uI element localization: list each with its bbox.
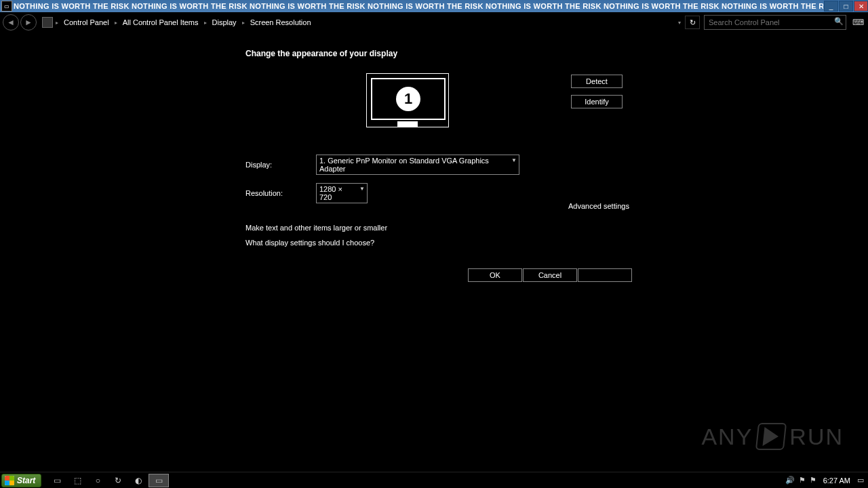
app-icon: ▭ [1,1,12,12]
help-link[interactable]: What display settings should I choose? [245,239,387,247]
display-preview[interactable]: 1 [366,73,449,127]
breadcrumb-control-panel[interactable]: Control Panel [61,17,112,28]
breadcrumb-all-items[interactable]: All Control Panel Items [120,17,201,28]
taskbar: Start ▭ ⬚ ○ ↻ ◐ ▭ 🔊 ⚑ ⚑ 6:27 AM ▭ [0,472,868,488]
window-title: NOTHING IS WORTH THE RISK NOTHING IS WOR… [14,2,823,10]
watermark: ANY RUN [701,423,844,450]
windows-logo-icon [5,476,14,485]
ok-button[interactable]: OK [468,268,522,282]
chevron-down-icon: ▼ [511,157,517,163]
forward-button[interactable]: ► [20,14,37,30]
display-label: Display: [245,161,316,169]
text-size-link[interactable]: Make text and other items larger or smal… [245,224,387,232]
identify-button[interactable]: Identify [571,95,623,108]
chevron-right-icon: ▸ [204,20,207,26]
tray-icon[interactable]: ▭ [857,476,864,485]
chevron-right-icon: ▸ [115,20,117,26]
resolution-dropdown-value: 868 × 488 [319,185,342,201]
watermark-text-right: RUN [789,424,844,450]
quicklaunch-icon[interactable]: ○ [87,474,108,487]
window-titlebar: ▭ NOTHING IS WORTH THE RISK NOTHING IS W… [0,0,868,12]
watermark-text-left: ANY [701,424,753,450]
start-label: Start [17,476,35,485]
display-dropdown-value: 1. Generic PnP Monitor on Standard VGA G… [319,157,489,173]
quicklaunch-icon[interactable]: ⬚ [67,474,87,487]
advanced-settings-link[interactable]: Advanced settings [568,202,629,210]
apply-button[interactable]: Apply [578,268,632,282]
search-icon: 🔍 [834,17,844,26]
search-input[interactable] [704,15,846,30]
display-dropdown[interactable]: 1. Generic PnP Monitor on Standard VGA G… [316,155,519,175]
clock[interactable]: 6:27 AM [823,476,850,485]
show-desktop-icon[interactable]: ▭ [47,474,67,487]
chevron-right-icon: ▸ [56,20,58,26]
chevron-down-icon: ▼ [359,186,365,192]
chevron-right-icon: ▸ [242,20,245,26]
breadcrumb-display[interactable]: Display [210,17,239,28]
page-title: Change the appearance of your display [245,49,639,58]
breadcrumb-screen-resolution[interactable]: Screen Resolution [248,17,314,28]
toolbar: ◄ ► ▸ Control Panel ▸ All Control Panel … [0,12,868,33]
breadcrumb-dropdown-icon[interactable]: ▾ [678,20,681,26]
tray-icon[interactable]: 🔊 [785,476,795,485]
tray-icon[interactable]: ⚑ [799,476,806,485]
keyboard-icon[interactable]: ⌨ [850,16,865,29]
cancel-button[interactable]: Cancel [523,268,577,282]
monitor-icon: 1 [371,78,446,120]
tray-icon[interactable]: ⚑ [810,476,816,485]
detect-button[interactable]: Detect [571,75,623,88]
monitor-stand-icon [397,121,418,127]
refresh-icon[interactable]: ↻ [685,16,700,29]
close-button[interactable]: ✕ [854,1,868,12]
taskbar-app-active[interactable]: ▭ [149,474,169,487]
minimize-button[interactable]: _ [824,1,838,12]
play-icon [755,423,787,450]
maximize-button[interactable]: □ [839,1,853,12]
resolution-label: Resolution: [245,189,316,197]
monitor-number: 1 [396,87,420,111]
back-button[interactable]: ◄ [3,14,19,30]
breadcrumb: ▸ Control Panel ▸ All Control Panel Item… [42,17,685,28]
quicklaunch-icon[interactable]: ↻ [108,474,128,487]
quicklaunch-icon[interactable]: ◐ [128,474,149,487]
resolution-dropdown[interactable]: 868 × 488 ▼ [316,183,368,203]
start-button[interactable]: Start [1,474,41,487]
control-panel-icon [42,17,53,28]
